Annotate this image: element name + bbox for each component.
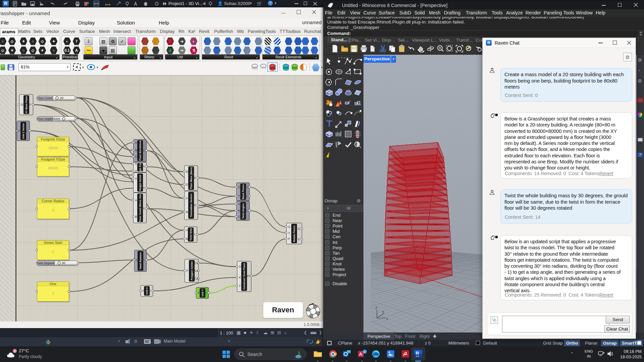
svg-text:z: z [376,306,377,309]
svg-text:A: A [359,352,362,357]
svg-text:i: i [364,350,365,354]
svg-text:y: y [382,310,384,313]
svg-text:RVT: RVT [416,355,419,357]
svg-text:x: x [386,317,388,321]
svg-text:6: 6 [14,350,16,353]
svg-text:R: R [416,351,419,356]
